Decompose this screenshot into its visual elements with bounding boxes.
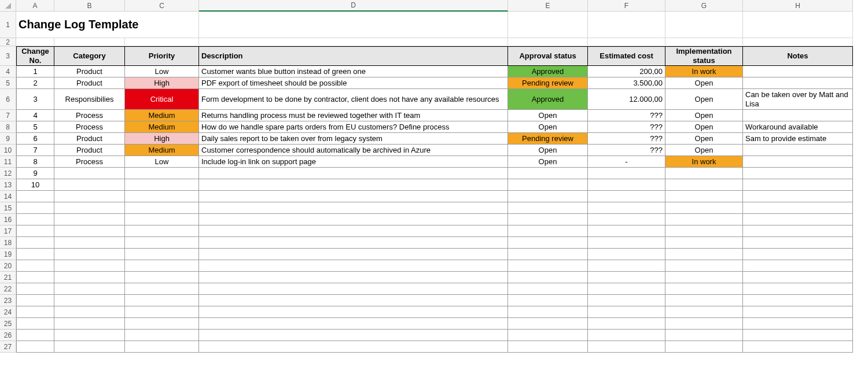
row-head-21[interactable]: 21 <box>0 272 16 283</box>
cell-category[interactable]: Product <box>54 145 125 156</box>
cell[interactable] <box>199 330 508 341</box>
cell[interactable] <box>508 214 588 225</box>
cell-notes[interactable] <box>743 179 853 191</box>
cell-category[interactable] <box>54 168 125 179</box>
cell-approval[interactable] <box>508 168 588 179</box>
row-head-5[interactable]: 5 <box>0 77 16 89</box>
cell[interactable] <box>16 225 54 237</box>
cell[interactable] <box>54 318 125 330</box>
cell-cost[interactable]: - <box>588 156 665 168</box>
cell[interactable] <box>125 214 199 225</box>
cell[interactable] <box>54 260 125 272</box>
cell[interactable] <box>199 249 508 260</box>
cell-priority[interactable]: Low <box>125 66 199 77</box>
cell[interactable] <box>665 191 743 202</box>
cell[interactable] <box>54 283 125 295</box>
cell[interactable] <box>743 260 853 272</box>
cell-cost[interactable]: ??? <box>588 110 665 121</box>
cell[interactable] <box>665 38 743 46</box>
row-head-14[interactable]: 14 <box>0 191 16 202</box>
row-head-8[interactable]: 8 <box>0 121 16 133</box>
cell[interactable] <box>125 295 199 306</box>
row-head-7[interactable]: 7 <box>0 110 16 121</box>
cell[interactable] <box>588 341 665 353</box>
cell[interactable] <box>743 191 853 202</box>
cell-desc[interactable]: Include log-in link on support page <box>199 156 508 168</box>
cell-no[interactable]: 6 <box>16 133 54 145</box>
cell[interactable] <box>588 249 665 260</box>
cell-desc[interactable]: Daily sales report to be taken over from… <box>199 133 508 145</box>
th-impl[interactable]: Implementation status <box>665 46 743 66</box>
cell[interactable] <box>16 295 54 306</box>
cell[interactable] <box>16 249 54 260</box>
cell-no[interactable]: 1 <box>16 66 54 77</box>
cell-category[interactable]: Process <box>54 121 125 133</box>
cell[interactable] <box>199 237 508 249</box>
cell[interactable] <box>508 191 588 202</box>
cell[interactable] <box>199 272 508 283</box>
cell[interactable] <box>16 38 54 46</box>
cell-approval[interactable]: Open <box>508 121 588 133</box>
cell-impl[interactable]: Open <box>665 145 743 156</box>
cell[interactable] <box>125 330 199 341</box>
cell[interactable] <box>665 341 743 353</box>
cell[interactable] <box>54 295 125 306</box>
row-head-19[interactable]: 19 <box>0 249 16 260</box>
cell[interactable] <box>16 318 54 330</box>
cell[interactable] <box>508 38 588 46</box>
cell-priority[interactable]: High <box>125 77 199 89</box>
cell-desc[interactable] <box>199 168 508 179</box>
th-notes[interactable]: Notes <box>743 46 853 66</box>
cell[interactable] <box>199 341 508 353</box>
cell[interactable] <box>743 341 853 353</box>
cell[interactable] <box>588 330 665 341</box>
cell[interactable] <box>508 341 588 353</box>
row-head-13[interactable]: 13 <box>0 179 16 191</box>
cell[interactable] <box>665 318 743 330</box>
cell[interactable] <box>588 202 665 214</box>
cell-cost[interactable] <box>588 168 665 179</box>
cell[interactable] <box>54 38 125 46</box>
cell[interactable] <box>125 272 199 283</box>
cell-no[interactable]: 8 <box>16 156 54 168</box>
cell[interactable] <box>508 202 588 214</box>
cell-impl[interactable]: In work <box>665 66 743 77</box>
cell[interactable] <box>508 249 588 260</box>
cell[interactable] <box>743 283 853 295</box>
row-head-24[interactable]: 24 <box>0 306 16 318</box>
cell[interactable] <box>125 38 199 46</box>
cell-priority[interactable]: Medium <box>125 110 199 121</box>
cell-notes[interactable] <box>743 110 853 121</box>
cell-impl[interactable]: In work <box>665 156 743 168</box>
cell-no[interactable]: 5 <box>16 121 54 133</box>
cell-category[interactable]: Process <box>54 110 125 121</box>
cell[interactable] <box>199 225 508 237</box>
cell[interactable] <box>743 249 853 260</box>
cell-desc[interactable]: How do we handle spare parts orders from… <box>199 121 508 133</box>
cell-no[interactable]: 2 <box>16 77 54 89</box>
cell-notes[interactable] <box>743 66 853 77</box>
cell[interactable] <box>743 214 853 225</box>
cell-desc[interactable]: PDF export of timesheet should be possib… <box>199 77 508 89</box>
cell-approval[interactable]: Approved <box>508 89 588 110</box>
row-head-12[interactable]: 12 <box>0 168 16 179</box>
cell-category[interactable]: Product <box>54 133 125 145</box>
cell[interactable] <box>54 191 125 202</box>
cell[interactable] <box>508 318 588 330</box>
cell-cost[interactable]: ??? <box>588 121 665 133</box>
cell[interactable] <box>508 295 588 306</box>
cell[interactable] <box>54 330 125 341</box>
cell[interactable] <box>54 202 125 214</box>
cell[interactable] <box>743 306 853 318</box>
cell-cost[interactable]: 3.500,00 <box>588 77 665 89</box>
cell[interactable] <box>665 202 743 214</box>
row-head-11[interactable]: 11 <box>0 156 16 168</box>
cell[interactable] <box>588 260 665 272</box>
cell-no[interactable]: 3 <box>16 89 54 110</box>
cell[interactable] <box>199 318 508 330</box>
cell[interactable] <box>125 283 199 295</box>
th-description[interactable]: Description <box>199 46 508 66</box>
cell[interactable] <box>508 225 588 237</box>
cell[interactable] <box>665 214 743 225</box>
cell[interactable] <box>125 260 199 272</box>
